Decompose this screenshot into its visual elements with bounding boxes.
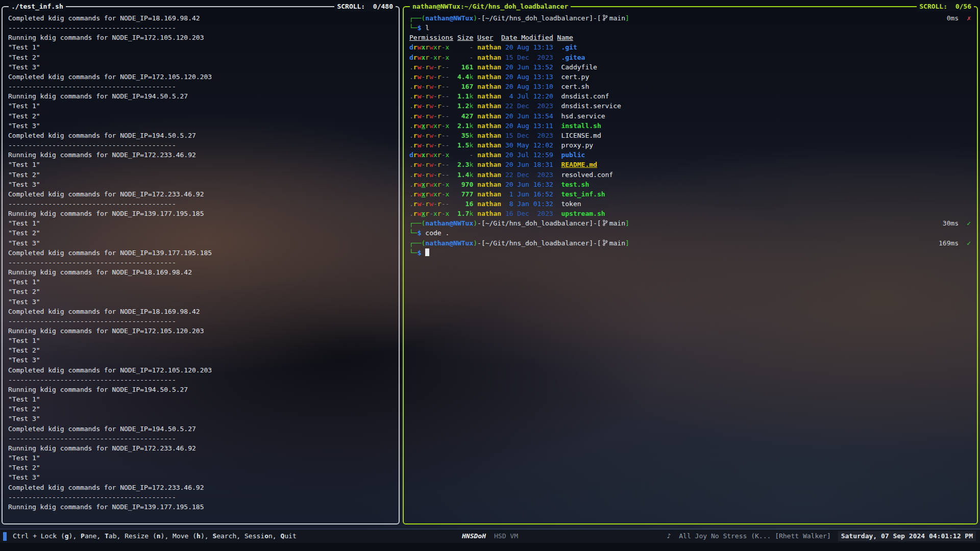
terminal-line: "Test 1" <box>8 277 399 287</box>
text-span: nathan@NWTux <box>425 239 473 247</box>
text-span: r <box>413 200 418 208</box>
text-span: . <box>409 83 413 90</box>
right-terminal-output[interactable]: ┌──(nathan@NWTux)-[~/Git/hns_doh_loadbal… <box>404 7 977 523</box>
text-span: . <box>409 63 413 71</box>
text-span: r <box>425 151 429 159</box>
text-span: 1.7 <box>457 210 469 217</box>
hint-text: Ctrl + Lock ( <box>13 532 65 540</box>
text-span: code . <box>425 229 449 237</box>
text-span: - <box>433 161 437 168</box>
text-span <box>449 210 457 217</box>
text-span: r <box>413 190 418 198</box>
session-name: HNSDoH <box>462 531 486 541</box>
file-name: cert.sh <box>561 83 589 90</box>
text-span: w <box>429 122 433 130</box>
text-span: main <box>609 14 625 22</box>
text-span: - <box>433 132 437 139</box>
text-span: nathan <box>477 122 501 130</box>
text-span <box>493 34 501 41</box>
text-span: - <box>433 141 437 149</box>
text-span: └─ <box>409 24 418 32</box>
text-span: 1.2 <box>457 102 469 110</box>
text-span: nathan <box>477 190 501 198</box>
text-span: ) <box>473 239 477 247</box>
terminal-line: "Test 3" <box>8 414 399 423</box>
text-span: r <box>413 161 418 168</box>
text-span <box>473 132 477 139</box>
left-terminal-output[interactable]: Completed kdig commands for NODE_IP=18.1… <box>3 7 399 523</box>
text-span: r <box>413 73 418 81</box>
terminal-line: Completed kdig commands for NODE_IP=18.1… <box>8 307 399 316</box>
text-span <box>449 54 469 61</box>
now-playing-text: All Joy No Stress (K... [Rhett Walker] <box>679 532 830 540</box>
text-span: nathan <box>477 43 501 51</box>
text-span <box>553 102 561 110</box>
text-span <box>501 73 505 81</box>
text-span <box>553 141 561 149</box>
text-span: w <box>429 161 433 168</box>
text-span: nathan <box>477 102 501 110</box>
text-span: r <box>437 171 442 179</box>
text-span <box>501 102 505 110</box>
text-span: -[ <box>477 239 485 247</box>
text-span: nathan <box>477 73 501 81</box>
prompt: ┌──(nathan@NWTux)-[~/Git/hns_doh_loadbal… <box>409 238 629 248</box>
text-span: 777 <box>461 190 473 198</box>
file-name: LICENSE.md <box>561 132 601 139</box>
text-span: d <box>409 43 413 51</box>
text-span: r <box>437 92 442 100</box>
terminal-line: Completed kdig commands for NODE_IP=172.… <box>8 365 399 375</box>
shell-input-line[interactable]: └─$ <box>409 248 977 258</box>
text-span: x <box>433 181 437 188</box>
text-span: ]-[ <box>589 219 601 227</box>
text-span: 970 <box>461 181 473 188</box>
success-check-icon: ✓ <box>967 238 971 248</box>
right-pane[interactable]: nathan@NWTux:~/Git/hns_doh_loadbalancer … <box>403 6 978 524</box>
hotkey-letter: o <box>264 532 268 540</box>
text-span <box>553 151 561 159</box>
text-span: . <box>409 171 413 179</box>
text-span: w <box>429 112 433 120</box>
text-span <box>553 43 561 51</box>
text-span <box>449 141 457 149</box>
text-span <box>473 112 477 120</box>
text-span <box>553 34 557 41</box>
text-span: . <box>409 190 413 198</box>
file-row: .rw-rw-r-- 427 nathan 20 Jun 13:54 hsd.s… <box>409 111 977 121</box>
terminal-line: ----------------------------------------… <box>8 375 399 385</box>
file-row: .rw-rw-r-- 161 nathan 20 Jun 13:52 Caddy… <box>409 62 977 72</box>
text-span: . <box>409 102 413 110</box>
text-span <box>449 161 457 168</box>
text-span <box>501 112 505 120</box>
command-line: └─$ code . <box>409 228 977 238</box>
text-span: r <box>425 181 429 188</box>
text-span: nathan <box>477 161 501 168</box>
text-span: r <box>425 161 429 168</box>
hotkey-letter: g <box>65 532 69 540</box>
text-span: └─ <box>409 229 418 237</box>
text-span: ~/Git/hns_doh_loadbalancer <box>485 219 590 227</box>
text-span <box>449 122 457 130</box>
hint-text: ), <box>69 532 81 540</box>
text-span: - <box>433 73 437 81</box>
text-span: r <box>425 54 429 61</box>
text-span: 30 May 12:02 <box>505 141 553 149</box>
text-span <box>553 200 561 208</box>
text-span: User <box>477 34 493 41</box>
terminal-line: Completed kdig commands for NODE_IP=18.1… <box>8 13 399 23</box>
text-span: r <box>413 63 418 71</box>
text-span <box>501 181 505 188</box>
text-span: x <box>433 210 437 217</box>
terminal-line: "Test 3" <box>8 355 399 365</box>
left-pane[interactable]: ./test_inf.sh SCROLL: 0/480 Completed kd… <box>2 6 400 524</box>
text-span: nathan <box>477 141 501 149</box>
text-span: l <box>425 24 429 32</box>
text-span: d <box>409 54 413 61</box>
terminal-line: Running kdig commands for NODE_IP=172.23… <box>8 443 399 453</box>
terminal-line: Running kdig commands for NODE_IP=194.50… <box>8 91 399 101</box>
text-span: r <box>413 132 418 139</box>
text-span: 8 Jan 01:32 <box>505 200 553 208</box>
text-span: ]-[ <box>589 14 601 22</box>
failure-x-icon: ✗ <box>967 13 971 23</box>
text-span: nathan <box>477 151 501 159</box>
